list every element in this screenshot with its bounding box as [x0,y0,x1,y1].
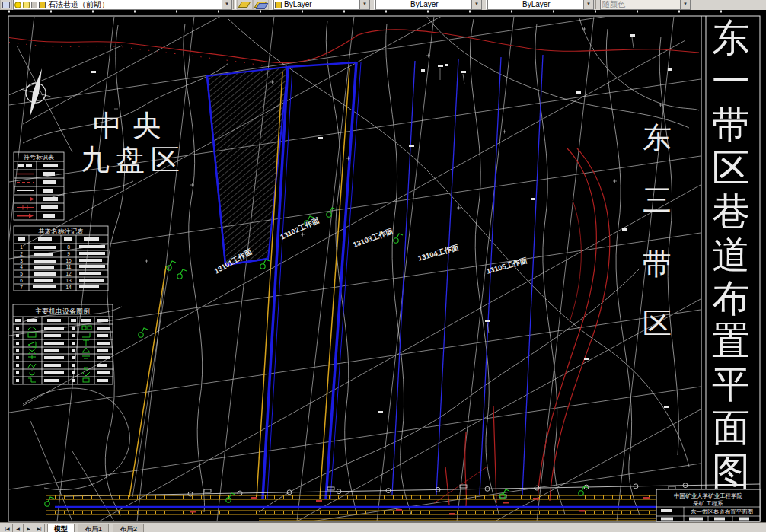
layer-stack-icon [238,2,251,8]
layer-previous-button[interactable] [253,0,269,10]
svg-text:3: 3 [20,258,23,263]
svg-text:14: 14 [65,285,72,290]
svg-text:9: 9 [67,251,70,256]
svg-text:5: 5 [20,271,23,276]
toolbar-separator [372,0,375,9]
svg-text:区: 区 [712,147,750,190]
svg-text:10: 10 [65,258,72,263]
toolbar-separator [270,0,273,9]
face-label: 13102工作面 [279,215,321,241]
main-roadway-corridor [46,483,760,521]
last-tab-button[interactable]: ▶| [34,524,45,532]
equipment-table-title: 主要机电设备图例 [35,307,90,315]
layer-color-swatch [39,2,46,8]
svg-text:巷: 巷 [712,190,750,233]
svg-text:置: 置 [712,320,750,362]
lineweight-value: ByLayer [488,0,551,9]
region-label-line2: 九盘区 [81,144,186,176]
org-line1: 中国矿业大学矿业工程学院 [674,492,743,499]
svg-text:11: 11 [66,264,72,269]
symbol-legend-table: 符号标识表 [14,152,64,220]
tab-model[interactable]: 模型 [47,524,75,532]
svg-text:东: 东 [712,17,750,59]
toolbar-separator [233,0,236,9]
lineweight-dropdown[interactable]: ByLayer ▼ [487,0,594,10]
toolbar-separator [484,0,487,9]
chevron-down-icon[interactable]: ▼ [583,0,593,9]
layer-on-icon [14,2,21,8]
svg-text:4: 4 [20,264,23,269]
layer-name-value: 石法巷道（前期） [46,0,109,9]
svg-text:一: 一 [712,60,750,103]
face-label: 13103工作面 [352,227,394,249]
layout-tab-bar: |◀ ◀ ▶ ▶| 模型 布局1 布局2 [0,522,766,532]
face-label: 13105工作面 [486,256,528,276]
org-line2: 采矿 工程系 [693,500,723,507]
toolbar-separator [595,0,598,9]
name-table-left-nums: 1 2 3 4 5 6 7 [20,244,23,290]
equipment-table-name-blocks [44,327,110,382]
chevron-down-icon[interactable]: ▼ [222,0,231,9]
layer-dropdown[interactable]: 石法巷道（前期） ▼ [13,0,232,10]
layer-stack-icon [256,3,269,9]
name-legend-table: 巷道名称注记表 1 2 3 4 5 6 7 8 9 10 11 12 13 14 [14,226,108,291]
face-label: 13104工作面 [417,243,460,263]
svg-text:布: 布 [712,277,750,320]
linetype-dropdown[interactable]: ByLayer ▼ [375,0,482,10]
svg-text:图: 图 [712,450,750,492]
svg-text:7: 7 [20,285,23,290]
symbol-table-title: 符号标识表 [24,154,54,161]
name-table-title: 巷道名称注记表 [38,228,84,235]
chevron-down-icon[interactable]: ▼ [359,0,369,9]
equipment-legend-table: 主要机电设备图例 [13,304,113,384]
name-table-right-nums: 8 9 10 11 12 13 14 [65,244,72,290]
chevron-down-icon[interactable]: ▼ [471,0,481,9]
svg-text:1: 1 [20,244,23,250]
make-object-layer-current-button[interactable] [237,0,253,10]
color-dropdown[interactable]: ByLayer ▼ [273,0,370,10]
tiny-label-marks [91,27,672,414]
first-tab-button[interactable]: |◀ [2,524,13,532]
properties-toolbar: 石法巷道（前期） ▼ ByLayer ▼ ByLayer ▼ ByLayer ▼… [0,0,766,10]
region-label-line1: 中央 [93,110,172,142]
plotstyle-dropdown[interactable]: 随颜色 ▼ [600,0,691,10]
linetype-value: ByLayer [376,0,439,9]
prev-tab-button[interactable]: ◀ [12,524,24,532]
autocad-window: { "toolbar": { "layer_dropdown": { "valu… [0,0,766,532]
svg-text:12: 12 [65,271,72,276]
name-table-header-blocks [18,237,99,241]
color-value: ByLayer [282,0,312,9]
svg-text:平: 平 [712,363,750,406]
east-belt3-label: 东 三 带 区 [643,122,672,339]
svg-text:道: 道 [712,234,750,276]
sheet-title-column: 东 一 带 区 巷 道 布 置 平 面 图 [712,17,750,492]
color-swatch [275,2,282,8]
svg-text:区: 区 [643,307,672,339]
svg-text:2: 2 [20,251,23,256]
symbol-table-rows [17,164,58,218]
toolbar-icon-fragment[interactable] [0,0,12,10]
layer-lock-icon [31,2,37,8]
svg-text:8: 8 [67,244,70,250]
title-block-drawing-title: 东一带区巷道布置平面图 [691,508,754,515]
title-block: 中国矿业大学矿业工程学院 采矿 工程系 东一带区巷道布置平面图 [656,489,760,521]
svg-text:三: 三 [643,184,672,216]
next-tab-button[interactable]: ▶ [23,524,34,532]
tab-layout1[interactable]: 布局1 [78,524,109,532]
svg-text:带: 带 [643,248,672,280]
drawing-canvas[interactable]: 中央 九盘区 13101工作面 13102工作面 13103工作面 13104工… [0,10,766,522]
svg-text:东: 东 [643,122,672,154]
layer-manager-icon [2,2,10,8]
svg-text:6: 6 [20,278,23,283]
section-lines [0,16,701,521]
svg-text:面: 面 [712,406,750,449]
tab-layout2[interactable]: 布局2 [113,524,144,532]
north-arrow-icon [15,65,57,121]
equipment-symbols [45,208,588,506]
chevron-down-icon[interactable]: ▼ [680,0,690,9]
plotstyle-value: 随颜色 [601,0,625,9]
svg-text:13: 13 [65,278,72,283]
svg-text:带: 带 [712,104,750,146]
hatched-panel [207,67,288,265]
layer-freeze-icon [23,2,30,8]
